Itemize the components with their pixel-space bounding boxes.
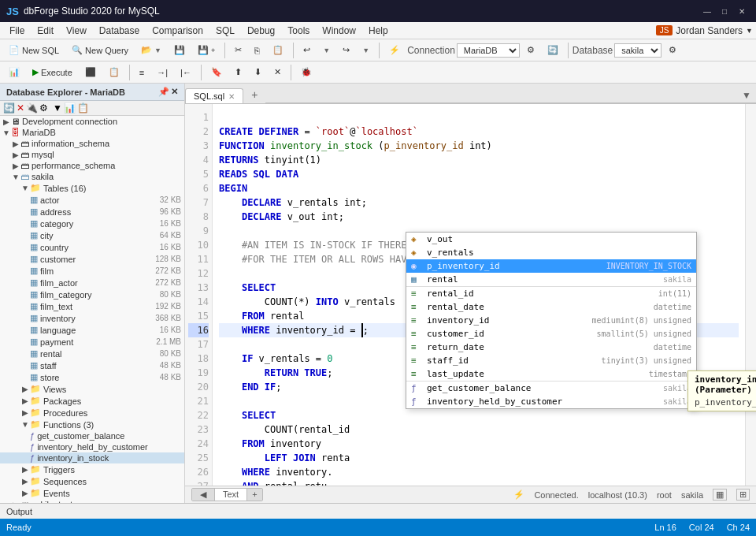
menu-tools[interactable]: Tools <box>281 24 316 38</box>
tree-item[interactable]: ▦staff48 KB <box>0 359 184 371</box>
tree-item[interactable]: ▶ 🖥 Development connection <box>0 116 184 127</box>
tree-item[interactable]: ▦store48 KB <box>0 371 184 383</box>
indent-button[interactable]: →| <box>151 65 173 80</box>
tree-item[interactable]: ƒinventory_held_by_customer <box>0 441 184 452</box>
open-button[interactable]: 📂 ▼ <box>135 43 167 58</box>
connection-settings[interactable]: ⚙ <box>521 43 540 58</box>
tree-item[interactable]: ▶ 🗃 mysql <box>0 149 184 160</box>
sidebar-add-icon[interactable]: 🔌 <box>26 102 38 114</box>
menu-debug[interactable]: Debug <box>241 24 281 38</box>
format-button[interactable]: ≡ <box>134 65 150 80</box>
editor-scroll-left[interactable]: ◀ <box>192 489 215 501</box>
copy-button[interactable]: ⎘ <box>249 43 265 58</box>
ac-item-selected[interactable]: ◉ p_inventory_id INVENTORY_IN_STOCK <box>406 259 696 273</box>
execute-button[interactable]: ▶ Execute <box>27 65 78 80</box>
editor-scrollbar[interactable] <box>745 104 756 486</box>
close-button[interactable]: ✕ <box>734 4 750 18</box>
sidebar-filter-icon[interactable]: ▼ <box>53 102 62 114</box>
db-settings[interactable]: ⚙ <box>663 43 682 58</box>
sidebar-remove-icon[interactable]: ✕ <box>17 102 24 114</box>
tree-item[interactable]: ▦actor32 KB <box>0 194 184 206</box>
sidebar-object-icon[interactable]: 📋 <box>77 102 89 114</box>
menu-window[interactable]: Window <box>316 24 362 38</box>
bookmark-button[interactable]: 🔖 <box>206 65 228 80</box>
tree-item[interactable]: ▦address96 KB <box>0 206 184 218</box>
tree-item[interactable]: ▼ 🗃 sakila <box>0 171 184 182</box>
tree-item[interactable]: ▦film272 KB <box>0 265 184 277</box>
new-query-button[interactable]: 🔍 New Query <box>66 43 134 58</box>
ac-item[interactable]: ◈ v_out <box>406 233 696 246</box>
tree-item[interactable]: ▦country16 KB <box>0 241 184 253</box>
sidebar-close-icon[interactable]: ✕ <box>171 87 178 97</box>
ac-item[interactable]: ≡ rental_date datetime <box>406 300 696 314</box>
next-bookmark[interactable]: ⬇ <box>249 65 267 80</box>
tree-item[interactable]: ▼ 🗄 MariaDB <box>0 127 184 138</box>
ac-item[interactable]: ◈ v_rentals <box>406 246 696 259</box>
outdent-button[interactable]: |← <box>175 65 197 80</box>
tree-item[interactable]: ▦rental80 KB <box>0 348 184 359</box>
maximize-button[interactable]: □ <box>717 4 732 18</box>
connection-select[interactable]: MariaDB <box>457 43 520 58</box>
text-mode-btn[interactable]: Text <box>215 489 247 501</box>
sidebar-props-icon[interactable]: ⚙ <box>39 102 48 114</box>
tree-item[interactable]: ▦category16 KB <box>0 218 184 229</box>
ac-item[interactable]: ≡ customer_id smallint(5) unsigned <box>406 327 696 341</box>
tab-scroll-right[interactable]: ▼ <box>742 90 751 101</box>
undo-dropdown[interactable]: ▼ <box>317 44 335 57</box>
menu-file[interactable]: File <box>3 24 31 38</box>
menu-sql[interactable]: SQL <box>209 24 241 38</box>
menu-comparison[interactable]: Comparison <box>146 24 209 38</box>
save-button[interactable]: 💾 <box>169 43 191 58</box>
explain-button[interactable]: 📋 <box>103 65 125 80</box>
ac-item[interactable]: ≡ return_date datetime <box>406 341 696 354</box>
sidebar-schema-icon[interactable]: 📊 <box>64 102 76 114</box>
clear-bookmarks[interactable]: ✕ <box>269 65 287 80</box>
prev-bookmark[interactable]: ⬆ <box>229 65 247 80</box>
ac-item[interactable]: ▦ rental sakila <box>406 273 696 286</box>
ac-item[interactable]: ƒ get_customer_balance sakila <box>406 382 696 395</box>
tree-item[interactable]: ▦payment2.1 MB <box>0 336 184 348</box>
debug-button[interactable]: 🐞 <box>295 65 317 80</box>
tree-item[interactable]: ▶📁Views <box>0 383 184 395</box>
connection-icon-btn[interactable]: ⚡ <box>384 43 406 58</box>
tree-item[interactable]: ƒget_customer_balance <box>0 430 184 441</box>
ac-item[interactable]: ƒ inventory_held_by_customer sakila <box>406 395 696 408</box>
tree-item-selected[interactable]: ƒinventory_in_stock <box>0 452 184 463</box>
tree-item[interactable]: ▼📁Functions (3) <box>0 419 184 430</box>
stop-button[interactable]: ⬛ <box>80 65 102 80</box>
menu-view[interactable]: View <box>60 24 93 38</box>
tree-item[interactable]: ▦inventory368 KB <box>0 312 184 324</box>
ac-item[interactable]: ≡ staff_id tinyint(3) unsigned <box>406 354 696 367</box>
tree-item[interactable]: ▶📁Sequences <box>0 475 184 487</box>
active-tab[interactable]: SQL.sql ✕ <box>185 88 243 103</box>
tab-close-btn[interactable]: ✕ <box>228 92 235 101</box>
menu-database[interactable]: Database <box>93 24 146 38</box>
tree-item[interactable]: ▦film_text192 KB <box>0 300 184 312</box>
tree-item[interactable]: ▦language16 KB <box>0 324 184 336</box>
paste-button[interactable]: 📋 <box>267 43 289 58</box>
tree-item[interactable]: ▶ 🗃 information_schema <box>0 138 184 149</box>
save-all-button[interactable]: 💾 + <box>192 43 220 58</box>
redo-dropdown[interactable]: ▼ <box>357 44 375 57</box>
view-toggle-2[interactable]: ⊞ <box>736 489 750 501</box>
schema-btn[interactable]: 📊 <box>3 65 25 80</box>
connection-refresh[interactable]: 🔄 <box>542 43 564 58</box>
tree-item[interactable]: ▶📁Triggers <box>0 463 184 475</box>
tree-item[interactable]: ▦customer128 KB <box>0 253 184 265</box>
new-sql-button[interactable]: 📄 New SQL <box>3 43 65 58</box>
sidebar-pin-icon[interactable]: 📌 <box>158 87 169 97</box>
tree-item[interactable]: ▶📁Packages <box>0 395 184 407</box>
add-view-btn[interactable]: + <box>247 489 261 501</box>
tree-item[interactable]: ▶📁Events <box>0 487 184 499</box>
menu-edit[interactable]: Edit <box>31 24 60 38</box>
tab-add-btn[interactable]: + <box>245 86 264 103</box>
view-toggle-1[interactable]: ▦ <box>713 489 727 501</box>
cut-button[interactable]: ✂ <box>229 43 247 58</box>
ac-item[interactable]: ≡ last_update timestamp <box>406 367 696 381</box>
tree-item[interactable]: ▦city64 KB <box>0 229 184 241</box>
tree-item[interactable]: ▦film_category80 KB <box>0 288 184 300</box>
database-select[interactable]: sakila <box>614 43 662 58</box>
tree-item[interactable]: ▶📁Procedures <box>0 407 184 419</box>
ac-item[interactable]: ≡ rental_id int(11) <box>406 287 696 300</box>
redo-button[interactable]: ↪ <box>337 43 355 58</box>
